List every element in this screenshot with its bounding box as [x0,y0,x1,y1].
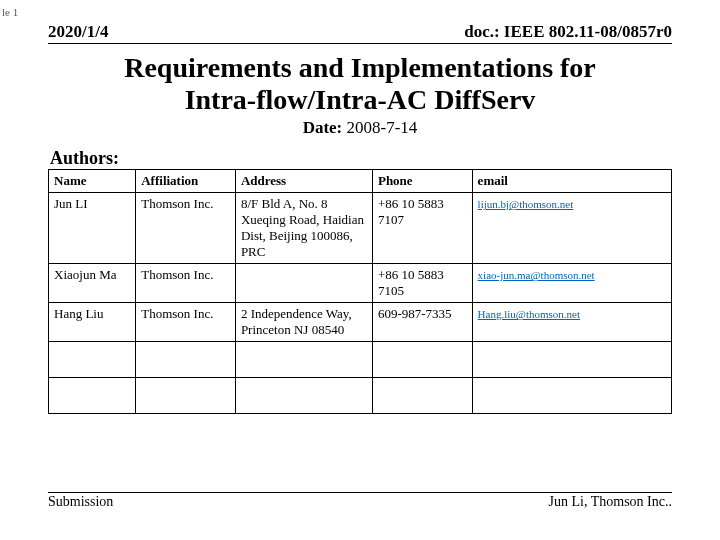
cell-name: Xiaojun Ma [49,264,136,303]
table-row [49,378,672,414]
cell-name [49,342,136,378]
cell-affiliation: Thomson Inc. [136,193,236,264]
cell-affiliation [136,378,236,414]
date-label: Date: [303,118,343,137]
cell-phone: +86 10 5883 7105 [372,264,472,303]
cell-affiliation: Thomson Inc. [136,303,236,342]
cell-address: 2 Independence Way, Princeton NJ 08540 [235,303,372,342]
cell-phone: 609-987-7335 [372,303,472,342]
header-date: 2020/1/4 [48,22,108,42]
th-email: email [472,170,671,193]
date-line: Date: 2008-7-14 [48,118,672,138]
table-header-row: Name Affiliation Address Phone email [49,170,672,193]
cell-email: lijun.bj@thomson.net [472,193,671,264]
footer: Submission Jun Li, Thomson Inc.. [48,492,672,510]
cell-phone [372,378,472,414]
date-value: 2008-7-14 [342,118,417,137]
title-line-1: Requirements and Implementations for [48,52,672,84]
cell-name [49,378,136,414]
page-content: 2020/1/4 doc.: IEEE 802.11-08/0857r0 Req… [0,0,720,414]
slide-label: le 1 [0,6,18,18]
cell-address [235,264,372,303]
email-link[interactable]: Hang.liu@thomson.net [478,308,580,320]
email-link[interactable]: xiao-jun.ma@thomson.net [478,269,595,281]
authors-table: Name Affiliation Address Phone email Jun… [48,169,672,414]
table-row [49,342,672,378]
authors-label: Authors: [50,148,672,169]
cell-name: Jun LI [49,193,136,264]
header-doc: doc.: IEEE 802.11-08/0857r0 [464,22,672,42]
cell-phone [372,342,472,378]
cell-address [235,378,372,414]
cell-email: xiao-jun.ma@thomson.net [472,264,671,303]
th-address: Address [235,170,372,193]
th-affiliation: Affiliation [136,170,236,193]
cell-email [472,378,671,414]
email-link[interactable]: lijun.bj@thomson.net [478,198,574,210]
cell-address: 8/F Bld A, No. 8 Xueqing Road, Haidian D… [235,193,372,264]
table-row: Jun LI Thomson Inc. 8/F Bld A, No. 8 Xue… [49,193,672,264]
th-name: Name [49,170,136,193]
cell-address [235,342,372,378]
table-row: Hang Liu Thomson Inc. 2 Independence Way… [49,303,672,342]
title-line-2: Intra-flow/Intra-AC DiffServ [48,84,672,116]
th-phone: Phone [372,170,472,193]
cell-email: Hang.liu@thomson.net [472,303,671,342]
page-title: Requirements and Implementations for Int… [48,52,672,116]
cell-email [472,342,671,378]
header-row: 2020/1/4 doc.: IEEE 802.11-08/0857r0 [48,22,672,44]
cell-affiliation [136,342,236,378]
cell-phone: +86 10 5883 7107 [372,193,472,264]
table-row: Xiaojun Ma Thomson Inc. +86 10 5883 7105… [49,264,672,303]
footer-right: Jun Li, Thomson Inc.. [549,494,672,510]
cell-affiliation: Thomson Inc. [136,264,236,303]
cell-name: Hang Liu [49,303,136,342]
footer-left: Submission [48,494,113,510]
